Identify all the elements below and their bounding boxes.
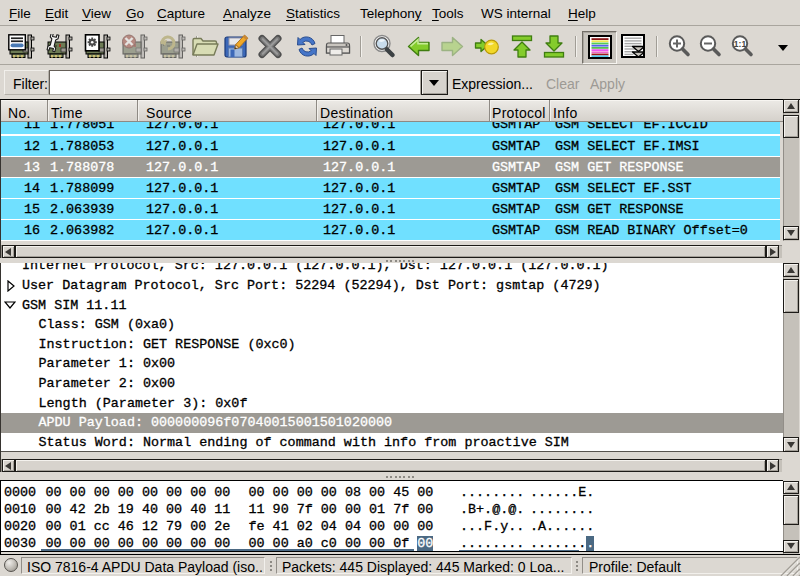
svg-text:1:1: 1:1 <box>734 39 747 49</box>
